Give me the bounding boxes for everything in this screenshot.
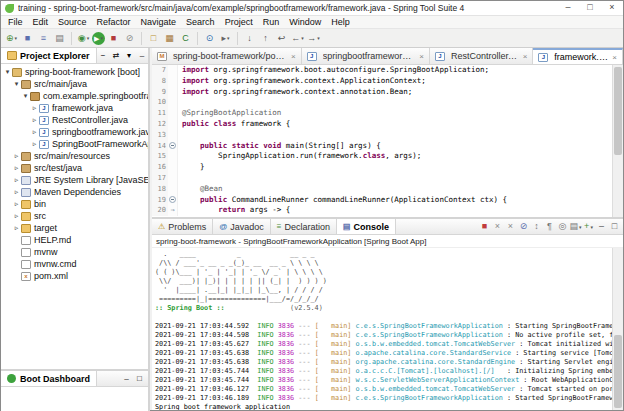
terminate-button[interactable]: ■ xyxy=(478,222,491,231)
next-annotation-button[interactable]: ↓ xyxy=(242,31,257,46)
expand-arrow-icon[interactable]: ▹ xyxy=(12,212,21,220)
skip-breakpoints-button[interactable]: ⊘ xyxy=(122,31,137,46)
expand-arrow-icon[interactable]: ▾ xyxy=(12,80,21,88)
console-scrollbar[interactable] xyxy=(612,248,623,410)
close-tab-icon[interactable]: × xyxy=(419,52,424,61)
tree-item-src-main-resources[interactable]: ▹src/main/resources xyxy=(1,150,148,162)
expand-arrow-icon[interactable]: ▾ xyxy=(21,92,30,100)
tree-item-maven-dependencies[interactable]: ▹Maven Dependencies xyxy=(1,186,148,198)
console-tab-javadoc[interactable]: @Javadoc xyxy=(213,219,271,234)
code-line[interactable]: 16 } xyxy=(152,162,612,173)
tree-item-framework-java[interactable]: ▹Jframework.java xyxy=(1,102,148,114)
editor-scrollbar[interactable] xyxy=(612,65,623,217)
tree-item-com-example-springbootframework[interactable]: ▾com.example.springbootframework xyxy=(1,90,148,102)
scroll-lock-button[interactable]: ↕ xyxy=(530,222,543,231)
menu-search[interactable]: Search xyxy=(181,17,220,27)
display-console-button[interactable]: ▤▾ xyxy=(569,222,582,231)
console-output[interactable]: . ____ _ __ _ _ /\\ / ___'_ __ _ _(_)_ _… xyxy=(152,248,612,410)
tree-item-bin[interactable]: ▹bin xyxy=(1,198,148,210)
tree-item-src-main-java[interactable]: ▾src/main/java xyxy=(1,78,148,90)
console-tab-console[interactable]: ▤Console xyxy=(337,219,396,234)
maximize-button[interactable]: □ xyxy=(579,1,601,15)
tree-item-help-md[interactable]: HELP.md xyxy=(1,234,148,246)
search-button[interactable]: ⊙ xyxy=(202,31,217,46)
minimize-icon[interactable]: – xyxy=(595,222,608,231)
maximize-icon[interactable]: □ xyxy=(608,222,621,231)
pin-console-button[interactable]: ◎ xyxy=(556,222,569,231)
expand-arrow-icon[interactable]: ▹ xyxy=(30,104,39,112)
editor-tab-restcontroller-java[interactable]: JRestController.java× xyxy=(430,48,533,64)
code-line[interactable]: 15 SpringApplication.run(framework.class… xyxy=(152,151,612,162)
expand-arrow-icon[interactable]: ▹ xyxy=(30,128,39,136)
scrollbar-thumb[interactable] xyxy=(614,335,622,408)
menu-refactor[interactable]: Refactor xyxy=(92,17,136,27)
new-class-button[interactable]: C xyxy=(178,31,193,46)
code-line[interactable]: 17 xyxy=(152,173,612,184)
expand-arrow-icon[interactable]: ▹ xyxy=(30,116,39,124)
minimize-icon[interactable]: – xyxy=(120,375,133,383)
tree-item-target[interactable]: ▹target xyxy=(1,222,148,234)
prev-annotation-button[interactable]: ↑ xyxy=(258,31,273,46)
forward-button[interactable]: →▾ xyxy=(306,31,321,46)
run-button[interactable]: ▶▾ xyxy=(92,32,105,45)
tree-item-restcontroller-java[interactable]: ▹JRestController.java xyxy=(1,114,148,126)
code-line[interactable]: 20→ return args -> { xyxy=(152,205,612,216)
menu-navigate[interactable]: Navigate xyxy=(136,17,182,27)
project-explorer-tab[interactable]: Project Explorer xyxy=(1,48,97,63)
tree-item-pom-xml[interactable]: xpom.xml xyxy=(1,270,148,282)
new-wizard-button[interactable]: ⊕▾ xyxy=(4,31,19,46)
menu-edit[interactable]: Edit xyxy=(28,17,54,27)
word-wrap-button[interactable]: ¶ xyxy=(543,222,556,231)
expand-arrow-icon[interactable]: ▹ xyxy=(12,200,21,208)
console-tab-problems[interactable]: ⚠Problems xyxy=(152,219,213,234)
menu-file[interactable]: File xyxy=(3,17,28,27)
code-line[interactable]: 8import org.springframework.context.Appl… xyxy=(152,76,612,87)
menu-source[interactable]: Source xyxy=(53,17,92,27)
external-tools-button[interactable]: ▸▾ xyxy=(218,31,233,46)
tree-item-src-test-java[interactable]: ▹src/test/java xyxy=(1,162,148,174)
tree-item-mvnw-cmd[interactable]: mvnw.cmd xyxy=(1,258,148,270)
new-package-button[interactable]: ▦ xyxy=(162,31,177,46)
open-console-button[interactable]: +▾ xyxy=(582,222,595,231)
tree-item-spring-boot-framework-boot[interactable]: ▾spring-boot-framework [boot] xyxy=(1,66,148,78)
save-button[interactable]: ■ xyxy=(20,31,35,46)
editor-tab-framework-java[interactable]: Jframework.java× xyxy=(533,48,623,64)
code-editor[interactable]: 7import org.springframework.boot.autocon… xyxy=(152,65,623,217)
code-line[interactable]: 11@SpringBootApplication xyxy=(152,108,612,119)
minimize-icon[interactable]: – xyxy=(136,52,149,60)
expand-arrow-icon[interactable]: ▹ xyxy=(12,164,21,172)
code-line[interactable]: 7import org.springframework.boot.autocon… xyxy=(152,65,612,76)
code-line[interactable]: 13 xyxy=(152,130,612,141)
link-with-editor-icon[interactable]: ⇄ xyxy=(110,52,123,60)
code-line[interactable]: 10 xyxy=(152,97,612,108)
maximize-icon[interactable]: □ xyxy=(133,375,146,383)
collapse-all-icon[interactable]: − xyxy=(97,52,110,60)
expand-arrow-icon[interactable]: ▹ xyxy=(30,140,39,148)
tree-item-springbootframeworkapplication-java[interactable]: ▹JSpringBootFrameworkApplication.java xyxy=(1,138,148,150)
save-all-button[interactable]: ≡ xyxy=(36,31,51,46)
expand-arrow-icon[interactable]: ▹ xyxy=(12,176,21,184)
menu-project[interactable]: Project xyxy=(220,17,258,27)
new-java-project-button[interactable]: □ xyxy=(146,31,161,46)
fold-marker-icon[interactable] xyxy=(168,195,178,206)
code-line[interactable]: 12public class framework { xyxy=(152,119,612,130)
menu-run[interactable]: Run xyxy=(258,17,285,27)
tree-item-mvnw[interactable]: mvnw xyxy=(1,246,148,258)
close-tab-icon[interactable]: × xyxy=(523,52,528,61)
stop-button[interactable]: ■ xyxy=(106,31,121,46)
menu-help[interactable]: Help xyxy=(326,17,355,27)
tree-item-src[interactable]: ▹src xyxy=(1,210,148,222)
clear-console-button[interactable]: ⊘ xyxy=(517,222,530,231)
last-edit-location-button[interactable]: ↩ xyxy=(274,31,289,46)
code-line[interactable]: 14 public static void main(String[] args… xyxy=(152,141,612,152)
tree-item-jre-system-library-javase-11[interactable]: ▹JRE System Library [JavaSE-11] xyxy=(1,174,148,186)
editor-tab-springbootframework-java[interactable]: Jspringbootframework.java× xyxy=(302,48,430,64)
remove-all-launches-button[interactable]: × xyxy=(504,222,517,231)
close-tab-icon[interactable]: × xyxy=(612,53,617,62)
print-button[interactable]: ▤ xyxy=(52,31,67,46)
debug-button[interactable]: ◉▾ xyxy=(76,31,91,46)
expand-arrow-icon[interactable]: ▹ xyxy=(12,224,21,232)
close-button[interactable]: × xyxy=(601,1,623,15)
menu-window[interactable]: Window xyxy=(284,17,326,27)
expand-arrow-icon[interactable]: ▹ xyxy=(12,152,21,160)
